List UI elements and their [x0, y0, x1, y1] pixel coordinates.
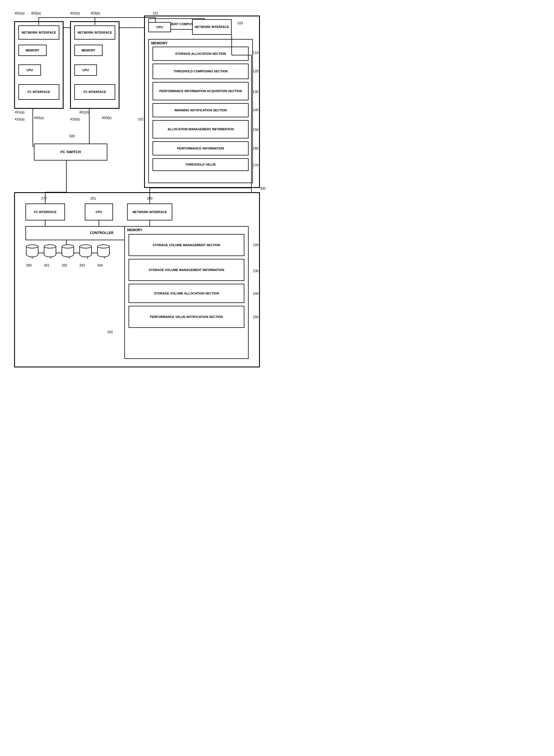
- ref-103: 103: [237, 21, 243, 25]
- ref-230: 230: [253, 269, 259, 273]
- ref-203: 203: [147, 197, 153, 200]
- threshold-composing-section: THRESHOLD COMPOSING SECTION: [153, 64, 248, 79]
- ref-260: 260: [26, 263, 32, 267]
- disk-top: [62, 245, 74, 249]
- host-a-network-interface: NETWORK INTERFACE: [18, 25, 59, 40]
- storage-fc-interface: FC INTERFACE: [25, 204, 65, 220]
- host-b-network-interface: NETWORK INTERFACE: [74, 25, 115, 40]
- storage-volume-management-section: STORAGE VOLUME MANAGEMENT SECTION: [128, 234, 244, 256]
- performance-value-notification: PERFORMANCE VALUE NOTIFICATION SECTION: [128, 306, 244, 328]
- host-a-memory: MEMORY: [18, 45, 47, 56]
- ref-403b: 403(b): [91, 11, 100, 15]
- disk-262: [62, 245, 74, 257]
- storage-network-interface: NETWORK INTERFACE: [127, 204, 172, 220]
- memory-label: MEMORY: [151, 41, 168, 46]
- threshold-value: THRESHOLD VALUE: [153, 158, 248, 171]
- host-b-memory: MEMORY: [74, 45, 103, 56]
- ref-150: 150: [253, 128, 259, 132]
- storage-allocation-section: STORAGE ALLOCATION SECTION: [153, 47, 248, 61]
- ref-201: 201: [91, 197, 96, 200]
- storage-volume-allocation-section: STORAGE VOLUME ALLOCATION SECTION: [128, 284, 244, 303]
- disk-263: [79, 245, 92, 257]
- performance-info-acquisition: PERFORMANCE INFORMATION ACQUISITION SECT…: [153, 82, 248, 100]
- host-b-fc-interface: FC INTERFACE: [74, 84, 115, 100]
- storage-cpu: CPU: [85, 204, 113, 220]
- disk-top: [97, 245, 110, 249]
- fc-switch: FC SWITCH: [34, 144, 107, 161]
- host-a-cpu: CPU: [18, 64, 41, 76]
- ref-262: 262: [62, 263, 67, 267]
- ref-263: 263: [79, 263, 85, 267]
- ref-410a: 410(a): [15, 117, 24, 121]
- ref-250: 250: [253, 315, 259, 319]
- ref-401b: 401(b): [79, 110, 89, 114]
- ref-160: 160: [253, 146, 259, 150]
- disk-260: [26, 245, 39, 257]
- ref-270: 270: [41, 197, 47, 200]
- ref-240: 240: [253, 292, 259, 295]
- ref-400b: 400(b): [102, 116, 112, 120]
- host-a-fc-interface: FC INTERFACE: [18, 84, 59, 100]
- ref-402a: 402(a): [15, 11, 24, 15]
- ref-401a: 401(a): [15, 110, 24, 114]
- disk-top: [79, 245, 92, 249]
- diagram: NETWORK INTERFACE MEMORY CPU FC INTERFAC…: [6, 6, 271, 373]
- performance-information: PERFORMANCE INFORMATION: [153, 141, 248, 155]
- ref-102: 102: [138, 117, 144, 121]
- allocation-management-info: ALLOCATION MANAGEMENT INFORMATION: [153, 120, 248, 139]
- ref-403a: 403(a): [31, 11, 41, 15]
- storage-memory-label: MEMORY: [127, 228, 143, 232]
- ref-300: 300: [260, 186, 266, 191]
- management-network-interface: NETWORK INTERFACE: [192, 19, 232, 35]
- ref-120: 120: [253, 69, 259, 73]
- warning-notification-section: WARNING NOTIFICATION SECTION: [153, 103, 248, 117]
- storage-volume-management-info: STORAGE VOLUME MANAGEMENT INFORMATION: [128, 259, 244, 281]
- ref-202: 202: [107, 330, 113, 334]
- ref-130: 130: [253, 90, 259, 94]
- ref-220: 220: [253, 243, 259, 247]
- disk-top: [26, 245, 39, 249]
- disk-261: [44, 245, 56, 257]
- ref-400a: 400(a): [34, 116, 44, 120]
- disk-264: [97, 245, 110, 257]
- ref-261: 261: [44, 263, 49, 267]
- host-b-cpu: CPU: [74, 64, 97, 76]
- ref-101: 101: [153, 11, 158, 15]
- disk-top: [44, 245, 56, 249]
- ref-170: 170: [253, 163, 259, 167]
- ref-140: 140: [253, 108, 259, 112]
- ref-264: 264: [97, 263, 103, 267]
- ref-402b: 402(b): [70, 11, 80, 15]
- ref-110: 110: [253, 51, 259, 55]
- ref-410b: 410(b): [70, 117, 80, 121]
- ref-500: 500: [69, 134, 75, 138]
- management-cpu: CPU: [148, 22, 171, 32]
